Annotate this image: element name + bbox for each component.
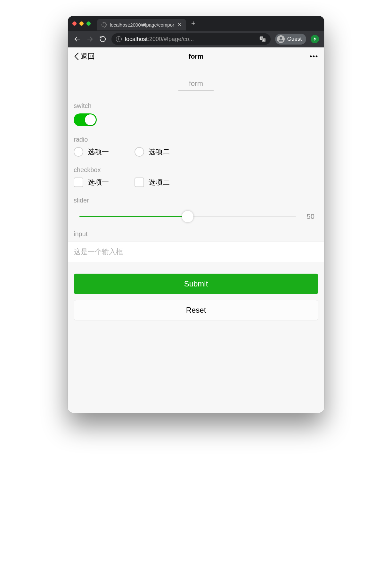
nav-back-button[interactable]: 返回 [74, 52, 95, 61]
browser-window: localhost:2000/#!page/compor ✕ + i local… [68, 16, 324, 413]
avatar-icon [277, 35, 285, 43]
slider-thumb[interactable] [182, 211, 193, 222]
app-viewport: 返回 form ••• form switch radio 选项一 [68, 47, 324, 413]
text-input[interactable] [68, 242, 324, 262]
svg-point-6 [280, 37, 282, 39]
section-slider: slider 50 [68, 187, 324, 221]
page-subtitle: form [68, 65, 324, 93]
reset-button[interactable]: Reset [74, 300, 318, 320]
address-bar: i localhost:2000/#!page/co... 文A Guest [68, 31, 324, 47]
checkbox-option-1-label: 选项一 [88, 178, 109, 187]
svg-marker-7 [313, 37, 316, 41]
globe-icon [102, 22, 107, 27]
close-tab-button[interactable]: ✕ [177, 22, 182, 28]
site-info-icon[interactable]: i [116, 36, 122, 42]
checkbox-icon [135, 178, 144, 187]
svg-text:A: A [263, 39, 265, 42]
reload-button[interactable] [99, 36, 107, 43]
checkbox-option-1[interactable]: 选项一 [74, 178, 109, 187]
radio-icon [135, 147, 144, 157]
app-header: 返回 form ••• [68, 47, 324, 65]
checkbox-option-2[interactable]: 选项二 [135, 178, 170, 187]
forward-button[interactable] [86, 36, 94, 43]
switch-knob [85, 114, 96, 125]
extension-button[interactable] [311, 35, 319, 43]
profile-label: Guest [287, 36, 302, 42]
nav-back-label: 返回 [81, 52, 95, 61]
radio-option-2-label: 选项二 [149, 147, 170, 157]
tab-title: localhost:2000/#!page/compor [110, 22, 174, 28]
checkbox-label: checkbox [74, 166, 318, 174]
page-title: form [189, 53, 204, 60]
slider-fill [79, 216, 188, 217]
omnibox[interactable]: i localhost:2000/#!page/co... 文A [111, 33, 271, 45]
browser-tab[interactable]: localhost:2000/#!page/compor ✕ [97, 19, 186, 30]
minimize-window-button[interactable] [79, 21, 84, 26]
back-button[interactable] [73, 36, 81, 43]
radio-icon [74, 147, 83, 157]
slider-label: slider [74, 197, 318, 204]
radio-option-1[interactable]: 选项一 [74, 147, 109, 157]
profile-chip[interactable]: Guest [275, 34, 306, 45]
translate-icon[interactable]: 文A [259, 36, 266, 43]
new-tab-button[interactable]: + [191, 19, 195, 28]
window-controls [72, 21, 91, 26]
slider-value: 50 [303, 212, 314, 221]
radio-option-2[interactable]: 选项二 [135, 147, 170, 157]
section-radio: radio 选项一 选项二 [68, 126, 324, 157]
url-text: localhost:2000/#!page/co... [125, 36, 194, 43]
close-window-button[interactable] [72, 21, 77, 26]
browser-chrome: localhost:2000/#!page/compor ✕ + i local… [68, 16, 324, 47]
svg-text:文: 文 [260, 37, 263, 40]
button-area: Submit Reset [68, 274, 324, 320]
checkbox-icon [74, 178, 83, 187]
section-input: input [68, 221, 324, 242]
radio-option-1-label: 选项一 [88, 147, 109, 157]
submit-button[interactable]: Submit [74, 274, 318, 294]
maximize-window-button[interactable] [86, 21, 91, 26]
section-switch: switch [68, 93, 324, 126]
switch-label: switch [74, 102, 318, 110]
more-menu-button[interactable]: ••• [310, 53, 318, 60]
tab-bar: localhost:2000/#!page/compor ✕ + [68, 16, 324, 31]
switch-toggle[interactable] [74, 113, 97, 126]
slider-track[interactable] [79, 216, 296, 217]
input-label: input [74, 230, 324, 238]
radio-label: radio [74, 136, 318, 143]
checkbox-option-2-label: 选项二 [149, 178, 170, 187]
section-checkbox: checkbox 选项一 选项二 [68, 157, 324, 187]
